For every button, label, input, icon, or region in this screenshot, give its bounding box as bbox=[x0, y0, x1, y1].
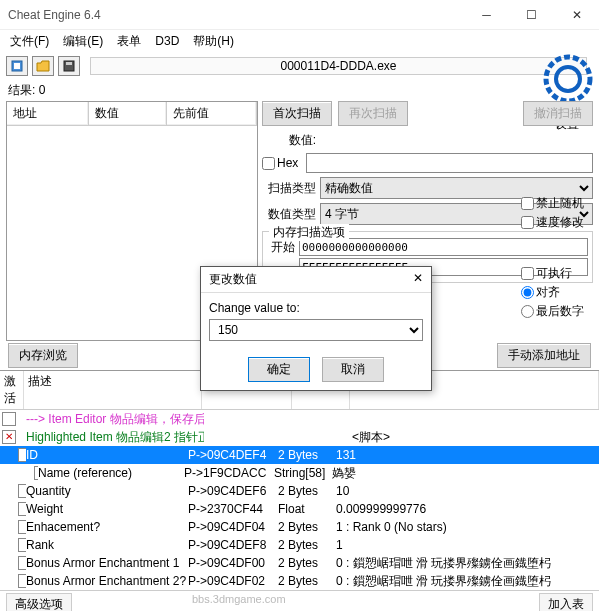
close-button[interactable]: ✕ bbox=[554, 0, 599, 30]
dialog-ok-button[interactable]: 确定 bbox=[248, 357, 310, 382]
table-row[interactable]: Bonus Armor Enchantment 2?P->09C4DF022 B… bbox=[0, 572, 599, 590]
start-label: 开始 bbox=[267, 239, 295, 256]
row-checkbox[interactable] bbox=[18, 520, 26, 534]
process-name: 000011D4-DDDA.exe bbox=[90, 57, 587, 75]
advanced-options-button[interactable]: 高级选项 bbox=[6, 593, 72, 611]
dialog-label: Change value to: bbox=[209, 301, 423, 315]
svg-point-4 bbox=[546, 57, 590, 101]
table-row[interactable]: Bonus Armor Enchantment 1P->09C4DF002 By… bbox=[0, 554, 599, 572]
manual-add-button[interactable]: 手动添加地址 bbox=[497, 343, 591, 368]
watermark: bbs.3dmgame.com bbox=[192, 593, 286, 611]
undo-scan-button: 撤消扫描 bbox=[523, 101, 593, 126]
first-scan-button[interactable]: 首次扫描 bbox=[262, 101, 332, 126]
mem-group-legend: 内存扫描选项 bbox=[269, 224, 349, 241]
align-radio[interactable] bbox=[521, 286, 534, 299]
minimize-button[interactable]: ─ bbox=[464, 0, 509, 30]
app-logo-icon[interactable] bbox=[543, 54, 593, 104]
row-checkbox[interactable] bbox=[2, 430, 16, 444]
add-table-button[interactable]: 加入表 bbox=[539, 593, 593, 611]
menu-file[interactable]: 文件(F) bbox=[4, 31, 55, 52]
executable-checkbox[interactable] bbox=[521, 267, 534, 280]
memory-browse-button[interactable]: 内存浏览 bbox=[8, 343, 78, 368]
lastdigit-radio[interactable] bbox=[521, 305, 534, 318]
menu-d3d[interactable]: D3D bbox=[149, 32, 185, 50]
open-file-icon[interactable] bbox=[32, 56, 54, 76]
norandom-checkbox[interactable] bbox=[521, 197, 534, 210]
row-checkbox[interactable] bbox=[18, 556, 26, 570]
row-checkbox[interactable] bbox=[18, 502, 26, 516]
table-row[interactable]: ---> Item Editor 物品编辑，保存后重进，交给pawn再拿回来刷新… bbox=[0, 410, 599, 428]
dialog-value-input[interactable]: 150 bbox=[209, 319, 423, 341]
hex-checkbox[interactable] bbox=[262, 157, 275, 170]
hdr-active[interactable]: 激活 bbox=[0, 371, 24, 409]
scan-type-label: 扫描类型 bbox=[262, 180, 316, 197]
menu-edit[interactable]: 编辑(E) bbox=[57, 31, 109, 52]
svg-point-5 bbox=[556, 67, 580, 91]
speedhack-checkbox[interactable] bbox=[521, 216, 534, 229]
value-type-label: 数值类型 bbox=[262, 206, 316, 223]
row-checkbox[interactable] bbox=[18, 574, 26, 588]
dialog-title: 更改数值 bbox=[209, 271, 257, 288]
window-title: Cheat Engine 6.4 bbox=[8, 8, 464, 22]
menu-table[interactable]: 表单 bbox=[111, 31, 147, 52]
col-addr[interactable]: 地址 bbox=[7, 102, 89, 125]
row-checkbox[interactable] bbox=[18, 538, 26, 552]
row-checkbox[interactable] bbox=[18, 484, 26, 498]
open-process-icon[interactable] bbox=[6, 56, 28, 76]
results-count: 0 bbox=[39, 83, 46, 97]
value-label: 数值: bbox=[262, 132, 316, 149]
results-label: 结果: bbox=[8, 83, 35, 97]
table-row[interactable]: IDP->09C4DEF42 Bytes131 bbox=[0, 446, 599, 464]
address-list-table: 激活 描述 地址 类型 数值 ---> Item Editor 物品编辑，保存后… bbox=[0, 370, 599, 590]
col-prev[interactable]: 先前值 bbox=[167, 102, 257, 125]
hdr-desc[interactable]: 描述 bbox=[24, 371, 202, 409]
maximize-button[interactable]: ☐ bbox=[509, 0, 554, 30]
svg-rect-1 bbox=[14, 63, 20, 69]
next-scan-button: 再次扫描 bbox=[338, 101, 408, 126]
col-value[interactable]: 数值 bbox=[89, 102, 167, 125]
table-row[interactable]: QuantityP->09C4DEF62 Bytes10 bbox=[0, 482, 599, 500]
table-row[interactable]: Enhacement?P->09C4DF042 Bytes1 : Rank 0 … bbox=[0, 518, 599, 536]
save-icon[interactable] bbox=[58, 56, 80, 76]
table-row[interactable]: WeightP->2370CF44Float0.009999999776 bbox=[0, 500, 599, 518]
table-row[interactable]: Highlighted Item 物品编辑2 指针正确<脚本> bbox=[0, 428, 599, 446]
menu-help[interactable]: 帮助(H) bbox=[187, 31, 240, 52]
row-checkbox[interactable] bbox=[2, 412, 16, 426]
value-input[interactable] bbox=[306, 153, 593, 173]
svg-rect-3 bbox=[66, 62, 72, 65]
change-value-dialog: 更改数值 ✕ Change value to: 150 确定 取消 bbox=[200, 266, 432, 391]
row-checkbox[interactable] bbox=[18, 448, 26, 462]
table-row[interactable]: Name (reference)P->1F9CDACCString[58]媯嫢 bbox=[0, 464, 599, 482]
table-row[interactable]: RankP->09C4DEF82 Bytes1 bbox=[0, 536, 599, 554]
dialog-close-icon[interactable]: ✕ bbox=[413, 271, 423, 288]
dialog-cancel-button[interactable]: 取消 bbox=[322, 357, 384, 382]
